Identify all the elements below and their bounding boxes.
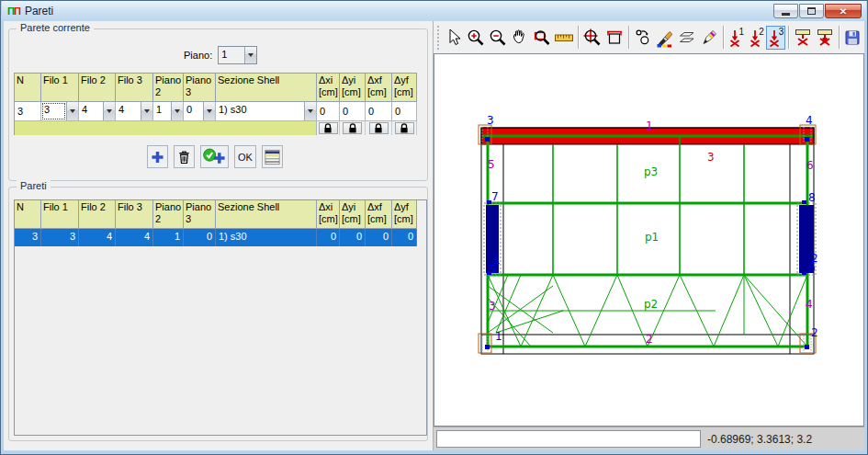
toolbar-separator — [839, 26, 840, 49]
statusbar: -0.68969; 3.3613; 3.2 — [434, 427, 864, 450]
chevron-down-icon — [304, 102, 316, 120]
column-header-dyi: Δyi[cm] — [340, 74, 366, 102]
wall-editor-pane: Parete corrente Piano: 1 N Filo 1 Filo 2… — [4, 21, 434, 450]
lock-dyf-button[interactable] — [395, 122, 414, 134]
lock-dxi-button[interactable] — [319, 122, 338, 134]
add-button[interactable] — [147, 145, 168, 168]
flip-planes-icon — [677, 28, 697, 48]
pareti-table[interactable]: N Filo 1 Filo 2 Filo 3 Piano2 Piano3 Sez… — [14, 199, 427, 436]
tool-flip-copy[interactable] — [676, 26, 698, 50]
lock-dxf-button[interactable] — [369, 122, 389, 134]
table-row-cell-dxi[interactable]: 0 — [317, 229, 340, 246]
column-header-dxi: Δxi[cm] — [317, 74, 340, 102]
label-node-4: 4 — [806, 114, 813, 127]
label-wall-3: 3 — [707, 151, 715, 164]
app-icon: ΠΠ — [7, 6, 20, 17]
tool-zoom-extents[interactable] — [581, 26, 603, 50]
tool-measure[interactable] — [553, 26, 575, 50]
n-input[interactable] — [15, 102, 40, 120]
table-row-cell-filo2[interactable]: 4 — [79, 229, 116, 246]
tool-wall-mode-3[interactable]: 3 — [766, 26, 786, 50]
tool-wall-top-center[interactable] — [814, 26, 836, 50]
label-bottom-2: 2 — [646, 333, 653, 346]
filo1-combo[interactable]: 3 — [41, 102, 78, 120]
maximize-button[interactable] — [799, 4, 824, 18]
filo2-combo[interactable]: 4 — [79, 102, 115, 120]
drawing-canvas[interactable]: 3 1 4 3 p3 5 6 7 8 p1 1 5 2 6 3 — [434, 53, 864, 427]
sezione-shell-combo[interactable]: 1) s30 — [216, 102, 316, 120]
pan-hand-icon — [510, 28, 530, 48]
table-row-cell-piano2[interactable]: 1 — [153, 229, 184, 246]
tool-zoom-previous[interactable] — [603, 26, 626, 50]
label-side-4: 4 — [806, 298, 813, 311]
label-side-6: 6 — [806, 159, 814, 172]
label-side-5: 5 — [488, 158, 495, 171]
table-row-cell-n[interactable]: 3 — [15, 229, 41, 246]
tool-zoom-window[interactable] — [531, 26, 553, 50]
tool-zoom-out[interactable] — [487, 26, 509, 50]
titlebar[interactable]: ΠΠ Pareti ✕ — [2, 1, 866, 21]
dyf-input[interactable] — [392, 102, 416, 120]
label-p1: p1 — [645, 231, 659, 244]
dyi-input[interactable] — [340, 102, 365, 120]
column-header-sezione: Sezione Shell — [216, 74, 317, 102]
table-row-cell-dyf[interactable]: 0 — [392, 229, 417, 246]
toolbar-gripper[interactable] — [437, 26, 439, 50]
label-node-5b: 5 — [490, 263, 497, 276]
tool-zoom-in[interactable] — [465, 26, 487, 50]
column-header-filo1: Filo 1 — [41, 200, 79, 229]
tool-render-colors[interactable] — [654, 26, 676, 50]
group-parete-corrente: Parete corrente Piano: 1 N Filo 1 Filo 2… — [8, 28, 428, 181]
column-header-piano2: Piano2 — [153, 74, 184, 102]
table-row-cell-sezione[interactable]: 1) s30 — [216, 229, 317, 246]
ok-button[interactable]: OK — [234, 145, 256, 168]
chevron-down-icon — [171, 102, 183, 120]
tool-rotate-nodes[interactable] — [632, 26, 654, 50]
wall-top-center-icon — [815, 28, 835, 48]
chevron-down-icon[interactable] — [244, 47, 256, 63]
piano3-combo[interactable]: 0 — [184, 102, 215, 120]
lock-dyi-button[interactable] — [343, 122, 362, 134]
table-row-cell-filo1[interactable]: 3 — [41, 229, 79, 246]
chevron-down-icon — [141, 102, 152, 120]
tool-marker[interactable] — [698, 26, 720, 50]
column-header-dyf: Δyf[cm] — [392, 200, 417, 229]
lock-icon — [347, 122, 358, 134]
toolbar-separator — [723, 26, 724, 49]
dxf-input[interactable] — [366, 102, 391, 120]
table-row-cell-dyi[interactable]: 0 — [340, 229, 366, 246]
group-pareti: Pareti N Filo 1 Filo 2 Filo 3 Piano2 Pia… — [8, 187, 428, 441]
label-node-8: 8 — [808, 191, 816, 204]
table-row-cell-filo3[interactable]: 4 — [116, 229, 153, 246]
zoom-window-icon — [532, 28, 552, 48]
wall-drawing: 3 1 4 3 p3 5 6 7 8 p1 1 5 2 6 3 — [434, 54, 863, 424]
tool-pan[interactable] — [509, 26, 531, 50]
save-icon — [843, 28, 862, 47]
close-button[interactable]: ✕ — [825, 4, 862, 18]
dxi-input[interactable] — [317, 102, 339, 120]
toolbar-separator — [578, 26, 579, 49]
confirm-add-button[interactable] — [200, 145, 229, 168]
tool-wall-mode-2[interactable]: 2 — [746, 26, 766, 50]
table-row-cell-dxf[interactable]: 0 — [366, 229, 392, 246]
table-row-cell-piano3[interactable]: 0 — [184, 229, 216, 246]
piano-select[interactable]: 1 — [218, 46, 257, 64]
filo3-combo[interactable]: 4 — [116, 102, 152, 120]
column-header-n: N — [15, 200, 41, 229]
column-header-filo3: Filo 3 — [116, 74, 153, 102]
section-layers-icon — [264, 148, 281, 166]
rotate-icon — [633, 28, 653, 48]
sections-button[interactable] — [262, 145, 283, 168]
minimize-button[interactable] — [773, 4, 798, 18]
label-side-3: 3 — [489, 300, 496, 313]
tool-save[interactable] — [842, 26, 862, 50]
cursor-coordinates: -0.68969; 3.3613; 3.2 — [707, 433, 812, 446]
delete-button[interactable] — [174, 145, 195, 168]
tool-wall-mode-1[interactable]: 1 — [727, 26, 747, 50]
label-node-2c: 2 — [811, 326, 818, 339]
tool-select[interactable] — [443, 26, 465, 50]
column-header-sezione: Sezione Shell — [216, 200, 317, 229]
piano2-combo[interactable]: 1 — [153, 102, 183, 120]
tool-wall-top[interactable] — [792, 26, 814, 50]
maximize-icon — [807, 7, 816, 15]
